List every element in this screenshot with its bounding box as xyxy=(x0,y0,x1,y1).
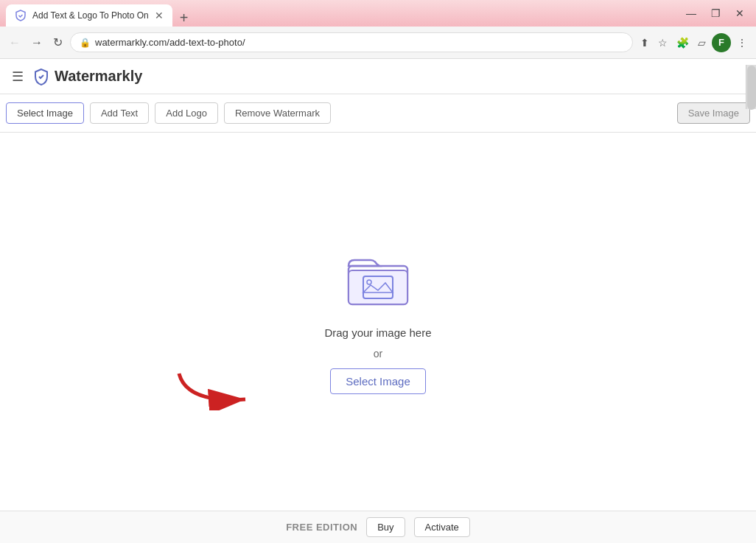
forward-button[interactable]: → xyxy=(28,33,46,52)
browser-tab[interactable]: Add Text & Logo To Photo On ✕ xyxy=(6,4,172,27)
tab-close-button[interactable]: ✕ xyxy=(155,10,164,21)
close-button[interactable]: ✕ xyxy=(729,4,750,22)
arrow-svg xyxy=(172,366,260,410)
url-bar[interactable]: 🔒 watermarkly.com/add-text-to-photo/ xyxy=(70,32,633,52)
select-image-main-button[interactable]: Select Image xyxy=(330,368,426,394)
new-tab-button[interactable]: + xyxy=(175,9,193,27)
back-button[interactable]: ← xyxy=(6,33,24,52)
bookmark-icon[interactable]: ☆ xyxy=(655,34,671,52)
share-icon[interactable]: ⬆ xyxy=(637,34,652,52)
toolbar: Select Image Add Text Add Logo Remove Wa… xyxy=(0,94,756,133)
tab-bar: Add Text & Logo To Photo On ✕ + xyxy=(6,0,680,27)
buy-button[interactable]: Buy xyxy=(366,517,405,537)
address-actions: ⬆ ☆ 🧩 ▱ F ⋮ xyxy=(637,33,750,52)
window-controls: — ❐ ✕ xyxy=(680,4,750,22)
remove-watermark-button[interactable]: Remove Watermark xyxy=(224,102,331,124)
activate-button[interactable]: Activate xyxy=(414,517,470,537)
title-bar: Add Text & Logo To Photo On ✕ + — ❐ ✕ xyxy=(0,0,756,27)
address-bar: ← → ↻ 🔒 watermarkly.com/add-text-to-phot… xyxy=(0,27,756,59)
upload-folder-icon xyxy=(345,250,411,309)
url-text: watermarkly.com/add-text-to-photo/ xyxy=(95,37,245,48)
svg-rect-1 xyxy=(349,270,407,304)
save-image-button[interactable]: Save Image xyxy=(677,102,750,124)
scrollbar-track[interactable] xyxy=(746,65,756,109)
extensions-icon[interactable]: 🧩 xyxy=(673,34,692,52)
select-image-toolbar-button[interactable]: Select Image xyxy=(6,102,84,124)
hamburger-menu[interactable]: ☰ xyxy=(12,69,24,85)
drop-zone[interactable]: Drag your image here or Select Image xyxy=(324,250,431,394)
tab-favicon xyxy=(15,10,27,21)
menu-button[interactable]: ⋮ xyxy=(734,34,750,52)
refresh-button[interactable]: ↻ xyxy=(50,32,66,52)
folder-icon xyxy=(345,250,411,312)
edition-label: FREE EDITION xyxy=(286,522,357,533)
site-header: ☰ Watermarkly xyxy=(0,59,756,94)
add-logo-button[interactable]: Add Logo xyxy=(155,102,218,124)
lock-icon: 🔒 xyxy=(80,38,91,48)
maximize-button[interactable]: ❐ xyxy=(705,4,727,22)
arrow-indicator xyxy=(172,366,260,413)
split-view-icon[interactable]: ▱ xyxy=(695,34,709,52)
drag-text: Drag your image here xyxy=(324,326,431,339)
profile-button[interactable]: F xyxy=(712,33,731,52)
site-logo-icon xyxy=(32,68,50,85)
minimize-button[interactable]: — xyxy=(680,4,702,22)
site-logo-text: Watermarkly xyxy=(55,68,142,85)
footer: FREE EDITION Buy Activate xyxy=(0,511,756,543)
or-text: or xyxy=(374,348,382,360)
add-text-button[interactable]: Add Text xyxy=(90,102,149,124)
scrollbar-thumb[interactable] xyxy=(747,66,756,110)
main-content: Drag your image here or Select Image xyxy=(0,133,756,511)
tab-title: Add Text & Logo To Photo On xyxy=(32,10,149,21)
